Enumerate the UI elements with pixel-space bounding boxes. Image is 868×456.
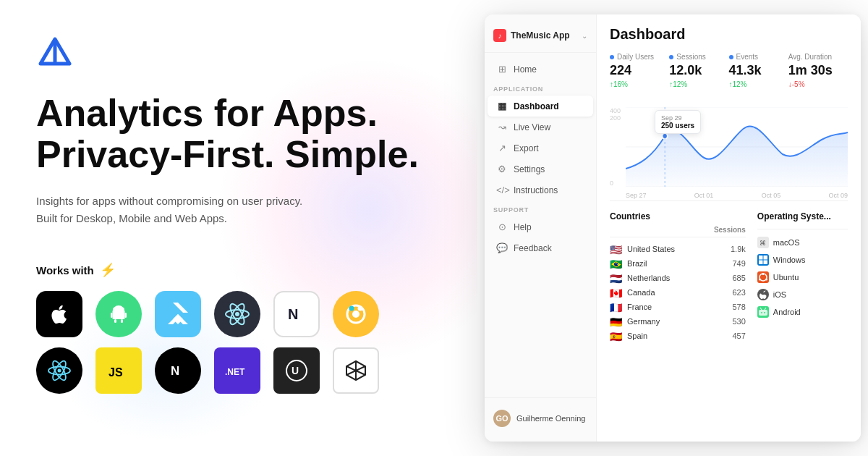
windows-icon <box>757 254 769 266</box>
sidebar-item-home[interactable]: ⊞ Home <box>488 59 593 80</box>
os-row-ios: iOS <box>757 286 848 303</box>
svg-point-2 <box>121 314 123 316</box>
sidebar-section-support: SUPPORT <box>485 200 596 216</box>
svg-point-24 <box>58 369 61 373</box>
platform-electron <box>214 291 260 337</box>
ubuntu-icon <box>757 271 769 283</box>
sidebar-item-help-label: Help <box>514 222 532 232</box>
dashboard-window: ♪ TheMusic App ⌄ ⊞ Home APPLICATION ▦ Da… <box>485 14 861 442</box>
sidebar-item-home-label: Home <box>514 64 537 75</box>
os-name-ios: iOS <box>773 290 786 299</box>
country-name-fr: France <box>627 303 652 311</box>
sidebar-item-dashboard-label: Dashboard <box>514 101 559 111</box>
app-selector-name: TheMusic App <box>511 30 570 41</box>
svg-point-18 <box>352 311 359 318</box>
svg-point-47 <box>762 273 764 275</box>
sessions-fr: 578 <box>732 303 745 311</box>
svg-text:JS: JS <box>109 366 123 379</box>
country-row-nl: 🇳🇱Netherlands 685 <box>610 271 746 285</box>
flag-nl: 🇳🇱 <box>610 274 623 282</box>
platform-tauri <box>333 291 379 337</box>
svg-rect-44 <box>759 261 763 265</box>
chevron-icon: ⌄ <box>582 32 587 40</box>
sessions-es: 457 <box>732 332 745 340</box>
sessions-br: 749 <box>732 259 745 268</box>
svg-line-54 <box>765 308 766 310</box>
svg-marker-9 <box>173 303 188 313</box>
platform-unreal: U <box>273 347 320 394</box>
countries-title: Countries <box>610 211 746 221</box>
sessions-nl: 685 <box>732 274 745 282</box>
svg-rect-45 <box>763 261 767 265</box>
instructions-icon: </> <box>496 185 508 195</box>
sidebar-item-dashboard[interactable]: ▦ Dashboard <box>488 96 593 117</box>
android-os-icon <box>757 306 769 318</box>
stat-duration-value: 1m 30s <box>788 63 841 78</box>
stat-dot-daily <box>610 55 614 59</box>
svg-text:N: N <box>288 306 298 322</box>
sidebar-item-liveview[interactable]: ↝ Live View <box>488 117 593 138</box>
aptabase-logo-icon <box>36 35 74 72</box>
os-row-ubuntu: Ubuntu <box>757 269 848 286</box>
sidebar-item-export-label: Export <box>514 143 539 153</box>
dashboard-title: Dashboard <box>610 26 848 43</box>
svg-text:N: N <box>171 364 179 378</box>
os-name-ubuntu: Ubuntu <box>773 273 799 282</box>
sidebar-item-instructions[interactable]: </> Instructions <box>488 180 593 200</box>
user-name: Guilherme Oenning <box>516 414 585 423</box>
stat-dot-sessions <box>669 55 673 59</box>
sidebar-item-settings-label: Settings <box>514 164 545 174</box>
os-row-windows: Windows <box>757 251 848 269</box>
stat-duration-label: Avg. Duration <box>788 53 841 61</box>
sidebar-item-help[interactable]: ⊙ Help <box>488 216 593 237</box>
sidebar-item-export[interactable]: ↗ Export <box>488 138 593 159</box>
tooltip-value: 250 users <box>661 122 694 130</box>
works-with-section: Works with ⚡ N <box>36 262 441 394</box>
svg-text:.NET: .NET <box>225 367 245 377</box>
macos-icon: ⌘ <box>757 237 769 248</box>
stats-row: Daily Users 224 ↑16% Sessions 12.0k ↑12% <box>610 53 848 96</box>
sidebar-item-feedback[interactable]: 💬 Feedback <box>488 237 593 258</box>
svg-point-51 <box>761 312 762 313</box>
platform-android <box>95 291 142 337</box>
os-header <box>757 226 848 229</box>
svg-rect-5 <box>111 313 113 318</box>
svg-rect-8 <box>121 319 123 323</box>
tooltip-date: Sep 29 <box>661 114 694 122</box>
platform-next: N <box>155 347 201 394</box>
country-row-ca: 🇨🇦Canada 623 <box>610 285 746 300</box>
chart-area: 400 200 0 <box>610 107 848 201</box>
platform-react <box>36 347 82 394</box>
svg-point-49 <box>765 279 767 281</box>
country-row-de: 🇩🇪Germany 530 <box>610 314 746 329</box>
stat-dot-events <box>729 55 733 59</box>
platform-dotnet: .NET <box>214 347 260 394</box>
svg-point-1 <box>115 314 117 316</box>
svg-text:⌘: ⌘ <box>760 240 766 247</box>
right-panel: ♪ TheMusic App ⌄ ⊞ Home APPLICATION ▦ Da… <box>477 0 868 456</box>
os-name-android: Android <box>773 308 801 316</box>
stat-daily-users-value: 224 <box>610 63 662 78</box>
platform-unity <box>333 347 379 394</box>
left-panel: Analytics for Apps. Privacy-First. Simpl… <box>0 0 477 456</box>
os-section: Operating Syste... ⌘ macOS <box>757 211 848 343</box>
svg-point-52 <box>764 312 765 313</box>
stat-events-label: Events <box>729 53 781 61</box>
sidebar-item-settings[interactable]: ⚙ Settings <box>488 159 593 180</box>
os-name-windows: Windows <box>773 256 806 264</box>
flag-ca: 🇨🇦 <box>610 288 623 297</box>
sidebar: ♪ TheMusic App ⌄ ⊞ Home APPLICATION ▦ Da… <box>485 14 597 442</box>
svg-text:U: U <box>292 365 299 376</box>
svg-rect-50 <box>759 310 767 316</box>
main-content: Dashboard Daily Users 224 ↑16% Sessions <box>597 14 861 442</box>
stat-sessions-value: 12.0k <box>669 63 721 78</box>
app-selector[interactable]: ♪ TheMusic App ⌄ <box>485 23 596 53</box>
country-name-nl: Netherlands <box>627 274 670 282</box>
liveview-icon: ↝ <box>496 122 508 132</box>
countries-col-sessions: Sessions <box>714 226 746 234</box>
export-icon: ↗ <box>496 143 508 153</box>
user-row[interactable]: GO Guilherme Oenning <box>485 404 596 433</box>
chart-y-labels: 400 200 0 <box>610 107 621 187</box>
flag-br: 🇧🇷 <box>610 259 623 268</box>
dashboard-icon: ▦ <box>496 101 508 111</box>
